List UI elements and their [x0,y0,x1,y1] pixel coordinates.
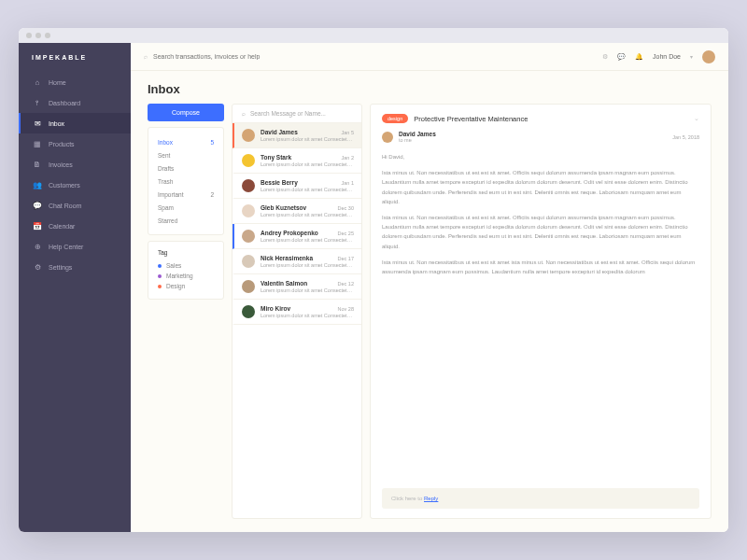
sender-name: David James [399,131,436,137]
tag-marketing[interactable]: Marketing [158,271,214,281]
nav-icon: ⊕ [34,243,41,250]
nav-item-home[interactable]: ⌂Home [19,72,131,92]
email-subject: Protective Preventative Maintenance [414,115,528,123]
search-icon: ⌕ [144,53,148,60]
tag-dot-icon [158,285,162,288]
folder-starred[interactable]: Starred [148,214,223,227]
nav-icon: 🗎 [34,161,41,168]
nav-icon: 💬 [34,202,41,209]
nav-item-customers[interactable]: 👥Customers [19,175,131,195]
message-search[interactable]: ⌕ Search Message or Name... [233,105,361,123]
sender-avatar [242,154,255,167]
user-name[interactable]: John Doe [653,53,681,60]
category-badge: design [382,114,408,123]
nav-item-invoices[interactable]: 🗎Invoices [19,154,131,175]
message-item[interactable]: David JamesJan 5Lorem ipsum dolor sit am… [233,123,361,148]
nav-icon: 👥 [34,181,41,189]
nav-item-help-center[interactable]: ⊕Help Center [19,236,131,257]
nav-icon: ▦ [34,140,41,147]
folder-inbox[interactable]: Inbox5 [148,135,223,148]
search-icon: ⌕ [242,110,246,117]
tag-dot-icon [158,274,162,278]
nav-icon: ⌂ [34,78,41,86]
notifications-icon[interactable]: 🔔 [635,53,643,61]
tags-heading: Tag [158,249,214,256]
chevron-down-icon[interactable]: ⌄ [694,115,699,122]
chevron-down-icon[interactable]: ▾ [690,53,693,60]
settings-icon[interactable]: ⚙ [602,53,608,61]
message-list-panel: ⌕ Search Message or Name... David JamesJ… [232,104,362,519]
folder-important[interactable]: Important2 [148,188,223,201]
sender-avatar [242,204,255,217]
recipient-line: to me [399,137,436,143]
sender-avatar [242,129,255,142]
folder-trash[interactable]: Trash [148,175,223,188]
tag-dot-icon [158,264,162,268]
nav-icon: ⫯ [34,99,41,106]
email-date: Jan 5, 2018 [672,134,699,140]
nav-item-dashboard[interactable]: ⫯Dashboard [19,92,131,113]
reply-box[interactable]: Click here to Reply [382,488,699,509]
nav-icon: ✉ [34,119,41,127]
global-search-input[interactable] [153,53,602,60]
page-title: Inbox [131,71,728,104]
email-reader: design Protective Preventative Maintenan… [370,104,712,519]
folder-list: Inbox5SentDraftsTrashImportant2SpamStarr… [148,127,224,235]
topbar: ⌕ ⚙ 💬 🔔 John Doe ▾ [131,43,728,71]
sender-avatar [242,179,255,192]
nav-item-settings[interactable]: ⚙Settings [19,257,131,277]
user-avatar[interactable] [702,50,715,63]
sender-avatar [242,255,255,268]
compose-button[interactable]: Compose [148,104,224,121]
tag-list: Tag SalesMarketingDesign [148,241,224,300]
folder-spam[interactable]: Spam [148,201,223,214]
folder-drafts[interactable]: Drafts [148,161,223,175]
reply-link[interactable]: Reply [424,496,438,501]
message-item[interactable]: Miro KirovNov 28Lorem ipsum dolor sit am… [233,300,361,325]
sender-avatar [382,132,393,143]
message-item[interactable]: Tony StarkJan 2Lorem ipsum dolor sit ame… [233,148,361,174]
email-body: Hi David, Ista minus ut. Non necessitati… [382,152,699,283]
brand-logo: IMPEKABLE [19,43,131,72]
nav-item-products[interactable]: ▦Products [19,133,131,154]
window-chrome [19,28,728,43]
nav-item-chat-room[interactable]: 💬Chat Room [19,195,131,216]
nav-item-calendar[interactable]: 📅Calendar [19,216,131,236]
message-item[interactable]: Nick HerasimenkaDec 17Lorem ipsum dolor … [233,249,361,274]
tag-sales[interactable]: Sales [158,260,214,271]
message-item[interactable]: Andrey ProkopenkoDec 25Lorem ipsum dolor… [233,224,361,249]
nav-item-inbox[interactable]: ✉Inbox [19,113,131,133]
message-item[interactable]: Gleb KuznetsovDec 30Lorem ipsum dolor si… [233,199,361,224]
sender-avatar [242,230,255,243]
folder-sent[interactable]: Sent [148,148,223,161]
nav-icon: ⚙ [34,263,41,271]
sender-avatar [242,305,255,318]
sidebar: IMPEKABLE ⌂Home⫯Dashboard✉Inbox▦Products… [19,43,131,532]
sender-avatar [242,280,255,293]
nav-icon: 📅 [34,222,41,230]
chat-icon[interactable]: 💬 [617,53,626,61]
tag-design[interactable]: Design [158,281,214,291]
message-item[interactable]: Bessie BerryJan 1Lorem ipsum dolor sit a… [233,174,361,199]
message-item[interactable]: Valentin SalmonDec 12Lorem ipsum dolor s… [233,274,361,300]
